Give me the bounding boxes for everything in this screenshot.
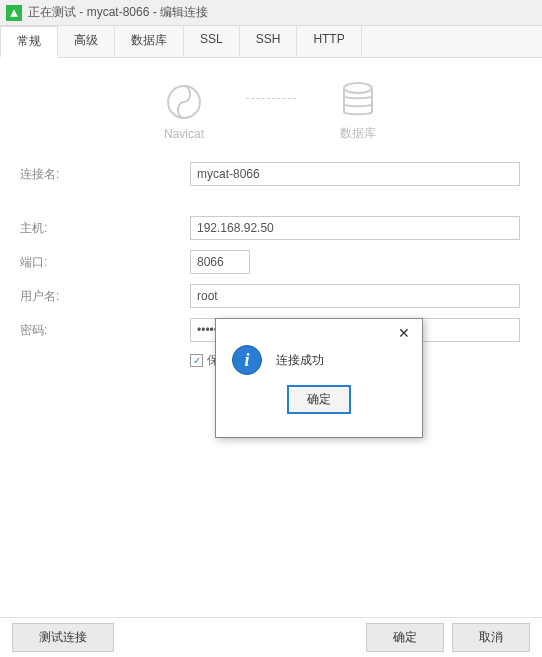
port-label: 端口:	[20, 254, 190, 271]
tab-general[interactable]: 常规	[0, 26, 58, 58]
host-input[interactable]	[190, 216, 520, 240]
tab-ssl[interactable]: SSL	[184, 26, 240, 57]
titlebar: 正在测试 - mycat-8066 - 编辑连接	[0, 0, 542, 26]
save-password-checkbox[interactable]: ✓	[190, 354, 203, 367]
tab-advanced[interactable]: 高级	[58, 26, 115, 57]
user-label: 用户名:	[20, 288, 190, 305]
conn-name-label: 连接名:	[20, 166, 190, 183]
info-icon: i	[232, 345, 262, 375]
cancel-button[interactable]: 取消	[452, 623, 530, 652]
diagram-connector	[246, 98, 296, 99]
tabs: 常规 高级 数据库 SSL SSH HTTP	[0, 26, 542, 58]
tab-ssh[interactable]: SSH	[240, 26, 298, 57]
dialog-ok-button[interactable]: 确定	[287, 385, 351, 414]
connection-diagram: Navicat 数据库	[0, 58, 542, 152]
conn-name-input[interactable]	[190, 162, 520, 186]
port-input[interactable]	[190, 250, 250, 274]
footer: 测试连接 确定 取消	[0, 617, 542, 657]
diagram-left-label: Navicat	[162, 127, 206, 141]
diagram-right-label: 数据库	[336, 125, 380, 142]
app-icon	[6, 5, 22, 21]
window-title: 正在测试 - mycat-8066 - 编辑连接	[28, 4, 208, 21]
user-input[interactable]	[190, 284, 520, 308]
tab-http[interactable]: HTTP	[297, 26, 361, 57]
svg-point-1	[344, 83, 372, 93]
dialog-message: 连接成功	[276, 352, 324, 369]
test-connection-button[interactable]: 测试连接	[12, 623, 114, 652]
host-label: 主机:	[20, 220, 190, 237]
password-label: 密码:	[20, 322, 190, 339]
message-dialog: ✕ i 连接成功 确定	[215, 318, 423, 438]
tab-database[interactable]: 数据库	[115, 26, 184, 57]
navicat-icon	[162, 80, 206, 124]
database-icon	[336, 78, 380, 122]
ok-button[interactable]: 确定	[366, 623, 444, 652]
close-icon[interactable]: ✕	[392, 323, 416, 343]
